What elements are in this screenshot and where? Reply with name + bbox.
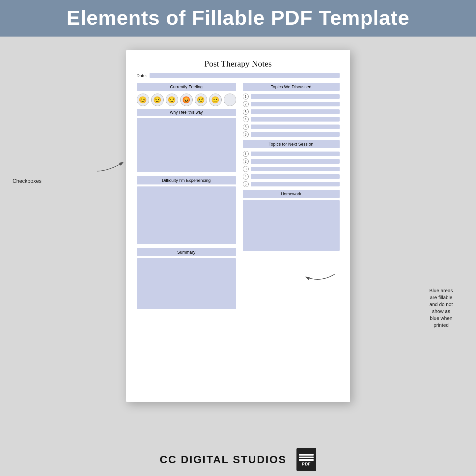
date-row: Date: (137, 73, 340, 78)
annotation-checkboxes: Checkboxes (13, 178, 42, 184)
summary-box[interactable] (137, 258, 236, 309)
main-area: Checkboxes Blue areasare fillableand do … (0, 37, 476, 409)
topic-line-4[interactable]: 4 (243, 116, 340, 122)
next-fill-1[interactable] (251, 152, 340, 156)
num-1: 1 (243, 94, 249, 99)
why-feel-box[interactable] (137, 118, 236, 172)
why-feel-header: Why I feel this way (137, 109, 236, 116)
therapy-document: Post Therapy Notes Date: Currently Feeli… (126, 50, 350, 402)
next-fill-4[interactable] (251, 174, 340, 179)
emoji-meh[interactable]: 😒 (166, 94, 178, 106)
currently-feeling-header: Currently Feeling (137, 83, 236, 91)
date-label: Date: (137, 73, 147, 78)
topics-discussed-header: Topics We Discussed (243, 83, 340, 91)
emoji-neutral[interactable]: 😐 (209, 94, 222, 106)
right-column: Topics We Discussed 1 2 3 (243, 83, 340, 309)
next-fill-2[interactable] (251, 159, 340, 164)
emoji-sad[interactable]: 😟 (151, 94, 164, 106)
next-num-3: 3 (243, 166, 249, 172)
date-field[interactable] (150, 73, 340, 78)
num-4: 4 (243, 116, 249, 122)
next-session-header: Topics for Next Session (243, 140, 340, 148)
two-column-layout: Currently Feeling 😊 😟 😒 😡 😢 😐 Why I feel… (137, 83, 340, 309)
next-line-4[interactable]: 4 (243, 174, 340, 180)
emoji-happy[interactable]: 😊 (137, 94, 149, 106)
left-column: Currently Feeling 😊 😟 😒 😡 😢 😐 Why I feel… (137, 83, 236, 309)
footer: CC DIGITAL STUDIOS PDF (0, 441, 476, 476)
next-num-4: 4 (243, 174, 249, 180)
next-line-1[interactable]: 1 (243, 151, 340, 157)
emoji-row[interactable]: 😊 😟 😒 😡 😢 😐 (137, 94, 236, 106)
next-session-list: 1 2 3 4 5 (243, 151, 340, 187)
emoji-blank[interactable] (224, 94, 236, 106)
next-num-1: 1 (243, 151, 249, 157)
num-3: 3 (243, 109, 249, 115)
next-num-5: 5 (243, 181, 249, 187)
pdf-line-2 (299, 457, 314, 458)
topic-fill-1[interactable] (251, 94, 340, 99)
page-title: Elements of Fillable PDF Template (10, 6, 466, 29)
num-6: 6 (243, 131, 249, 137)
topic-fill-6[interactable] (251, 132, 340, 137)
emoji-angry[interactable]: 😡 (180, 94, 193, 106)
next-fill-5[interactable] (251, 182, 340, 186)
document-title: Post Therapy Notes (137, 59, 340, 69)
topics-discussed-list: 1 2 3 4 5 (243, 94, 340, 137)
next-fill-3[interactable] (251, 167, 340, 171)
next-num-2: 2 (243, 158, 249, 164)
next-line-3[interactable]: 3 (243, 166, 340, 172)
pdf-icon: PDF (296, 448, 316, 471)
homework-header: Homework (243, 190, 340, 198)
topic-line-1[interactable]: 1 (243, 94, 340, 99)
difficulty-header: Difficulty I'm Experiencing (137, 176, 236, 184)
homework-box[interactable] (243, 200, 340, 251)
pdf-label: PDF (301, 462, 312, 467)
difficulty-box[interactable] (137, 186, 236, 244)
annotation-blue-areas: Blue areasare fillableand do notshow asb… (429, 287, 453, 328)
brand-name: CC DIGITAL STUDIOS (160, 454, 287, 466)
num-5: 5 (243, 124, 249, 130)
topic-line-2[interactable]: 2 (243, 101, 340, 107)
topic-fill-3[interactable] (251, 109, 340, 114)
pdf-icon-lines (298, 453, 315, 462)
next-line-5[interactable]: 5 (243, 181, 340, 187)
header-banner: Elements of Fillable PDF Template (0, 0, 476, 37)
num-2: 2 (243, 101, 249, 107)
emoji-cry[interactable]: 😢 (195, 94, 207, 106)
topic-fill-2[interactable] (251, 102, 340, 106)
topic-line-6[interactable]: 6 (243, 131, 340, 137)
pdf-line-3 (299, 459, 314, 461)
pdf-line-1 (299, 454, 314, 456)
topic-line-5[interactable]: 5 (243, 124, 340, 130)
summary-header: Summary (137, 248, 236, 256)
topic-fill-4[interactable] (251, 117, 340, 122)
next-line-2[interactable]: 2 (243, 158, 340, 164)
topic-line-3[interactable]: 3 (243, 109, 340, 115)
topic-fill-5[interactable] (251, 125, 340, 129)
